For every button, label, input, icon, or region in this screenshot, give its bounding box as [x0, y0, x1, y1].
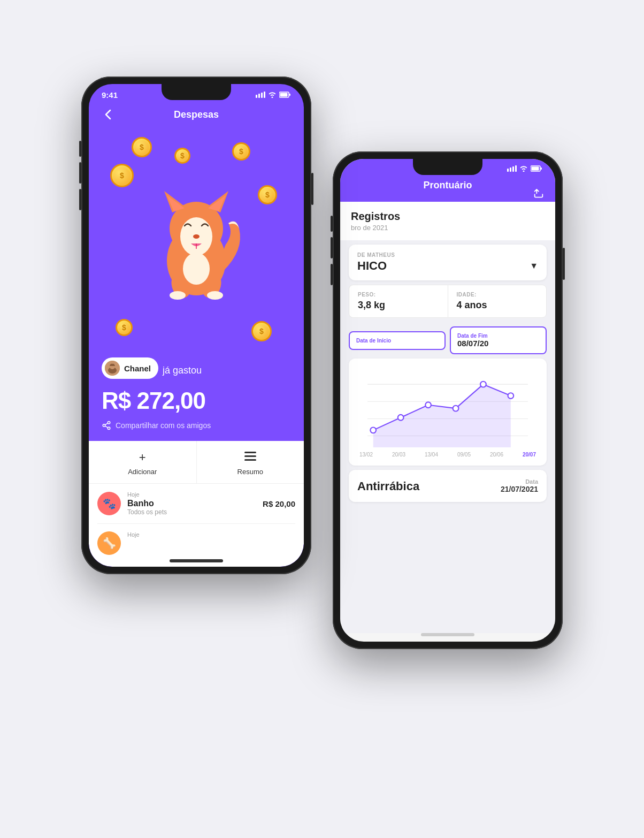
power-btn-left[interactable] [311, 173, 313, 205]
share-row[interactable]: Compartilhar com os amigos [102, 421, 291, 430]
wifi-icon-left [268, 91, 277, 100]
svg-rect-28 [510, 167, 511, 172]
vol-down-btn-left[interactable] [79, 189, 81, 210]
svg-point-20 [183, 253, 210, 285]
svg-rect-5 [280, 93, 288, 96]
svg-rect-3 [264, 92, 265, 98]
record-date-block: Data 21/07/2021 [501, 478, 538, 493]
despesas-header: Despesas [89, 102, 304, 132]
share-label: Compartilhar com os amigos [116, 421, 211, 430]
coin-7 [174, 148, 190, 164]
expense-amount-1: R$ 20,00 [263, 499, 295, 508]
vol-down-btn-right[interactable] [331, 264, 333, 285]
date-filter-row: Data de Início Data de Fim 08/07/20 [340, 322, 555, 359]
record-card: Antirrábica Data 21/07/2021 [349, 470, 547, 502]
chanel-avatar [105, 361, 120, 376]
page-title-right: Prontuário [423, 180, 472, 191]
share-button-right[interactable] [533, 187, 545, 202]
action-buttons: + Adicionar Resumo [89, 441, 304, 484]
power-btn-right[interactable] [563, 248, 565, 280]
chart-label-1: 13/02 [359, 452, 373, 458]
pet-selector-card[interactable]: DE MATHEUS HICO ▼ [349, 245, 547, 280]
chart-label-3: 13/04 [425, 452, 438, 458]
svg-point-14 [193, 234, 200, 239]
coin-2 [232, 142, 250, 161]
silent-btn-right[interactable] [331, 216, 333, 232]
chart-label-5: 20/06 [490, 452, 503, 458]
illustration-area [89, 132, 304, 357]
vol-up-btn-left[interactable] [79, 162, 81, 184]
summary-label: Resumo [237, 468, 263, 476]
expense-item-1: 🐾 Hoje Banho Todos os pets R$ 20,00 [97, 484, 295, 524]
home-indicator-left [170, 559, 223, 562]
svg-point-41 [453, 406, 459, 412]
prontuario-header: Prontuário [340, 176, 555, 202]
svg-rect-6 [289, 94, 291, 96]
svg-point-38 [370, 428, 376, 433]
svg-rect-32 [532, 167, 539, 171]
right-content: Registros bro de 2021 DE MATHEUS HICO ▼ [340, 202, 555, 629]
age-label: IDADE: [457, 292, 538, 298]
section-title: Registros [351, 210, 545, 223]
svg-rect-24 [244, 452, 256, 453]
svg-rect-1 [258, 94, 260, 98]
status-time-left: 9:41 [102, 90, 118, 100]
bottom-area: + Adicionar Resumo [89, 441, 304, 567]
vol-up-btn-right[interactable] [331, 237, 333, 258]
chanel-info-section: Chanel já gastou R$ 272,00 Compartilhar … [89, 357, 304, 441]
date-end-value: 08/07/20 [457, 339, 539, 348]
coin-1 [132, 137, 152, 157]
date-end-input[interactable]: Data de Fim 08/07/20 [450, 326, 547, 354]
expense-name-1: Banho [127, 499, 256, 508]
pet-selector-row: HICO ▼ [357, 259, 538, 273]
chanel-name: Chanel [124, 364, 151, 373]
age-value: 4 anos [457, 300, 538, 311]
section-subtitle: bro de 2021 [351, 224, 545, 232]
spacer-right [340, 629, 555, 633]
svg-point-18 [170, 291, 186, 300]
silent-btn-left[interactable] [79, 141, 81, 157]
home-indicator-right [421, 633, 474, 636]
chart-label-4: 09/05 [457, 452, 471, 458]
svg-rect-27 [507, 169, 509, 172]
add-button[interactable]: + Adicionar [89, 441, 197, 483]
dropdown-arrow-icon: ▼ [530, 261, 538, 271]
battery-icon-left [279, 92, 291, 99]
add-icon: + [139, 451, 146, 464]
status-icons-left [256, 91, 291, 100]
add-label: Adicionar [128, 468, 157, 476]
spacer [89, 555, 304, 559]
record-name: Antirrábica [357, 479, 419, 493]
pet-weight-card: PESO: 3,8 kg [349, 285, 448, 318]
svg-point-39 [398, 415, 404, 421]
page-title-left: Despesas [174, 109, 219, 120]
chanel-suffix: já gastou [163, 365, 202, 376]
chart-label-2: 20/03 [392, 452, 405, 458]
svg-rect-0 [256, 95, 257, 98]
phones-container: 9:41 [81, 44, 563, 794]
svg-point-19 [207, 291, 223, 300]
expense-sub-1: Todos os pets [127, 508, 256, 516]
share-icon [102, 421, 111, 430]
battery-icon-right [531, 165, 542, 173]
weight-value: 3,8 kg [358, 300, 439, 311]
record-date-label: Data [501, 478, 538, 485]
record-date-value: 21/07/2021 [501, 485, 538, 493]
total-amount: R$ 272,00 [102, 387, 291, 414]
coin-4 [258, 185, 277, 204]
svg-rect-29 [512, 166, 514, 172]
chart-label-6: 20/07 [523, 452, 536, 458]
svg-rect-33 [541, 167, 542, 170]
chart-x-labels: 13/02 20/03 13/04 09/05 20/06 20/07 [357, 452, 538, 458]
pet-age-card: IDADE: 4 anos [448, 285, 547, 318]
signal-icon-right [507, 165, 517, 173]
summary-button[interactable]: Resumo [197, 441, 304, 483]
svg-point-40 [425, 402, 431, 408]
right-phone-screen: Prontuário Registros bro de 20 [340, 159, 555, 642]
back-button[interactable] [99, 106, 117, 123]
expense-item-2: 🦴 Hoje [97, 524, 295, 555]
phone-right: Prontuário Registros bro de 20 [333, 151, 563, 649]
expense-category-1: Hoje [127, 491, 256, 498]
date-start-input[interactable]: Data de Início [349, 331, 446, 350]
expense-icon-banho: 🐾 [97, 492, 121, 515]
